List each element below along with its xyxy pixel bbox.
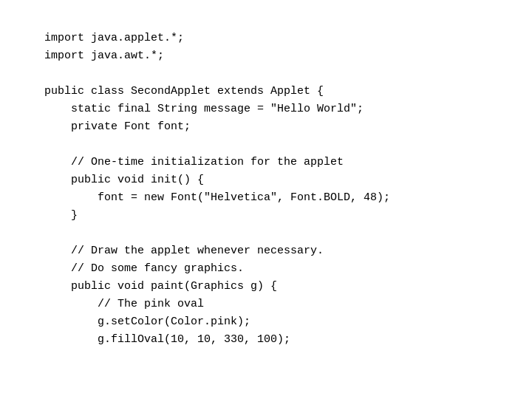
code-block: import java.applet.*; import java.awt.*;… xyxy=(0,0,434,378)
